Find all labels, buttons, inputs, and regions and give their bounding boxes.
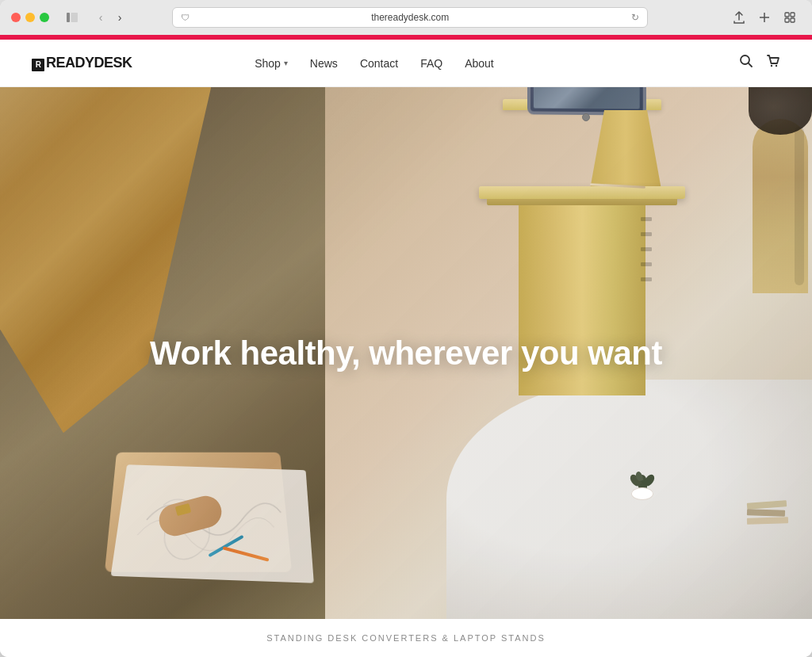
- svg-point-11: [776, 65, 777, 67]
- svg-rect-1: [71, 13, 79, 22]
- svg-rect-0: [67, 13, 70, 22]
- back-button[interactable]: ‹: [92, 10, 109, 25]
- nav-shop[interactable]: Shop ▾: [255, 57, 288, 70]
- svg-rect-6: [785, 18, 789, 22]
- url-text: thereadydesk.com: [194, 12, 626, 23]
- nav-arrows: ‹ ›: [92, 10, 128, 25]
- shop-chevron-icon: ▾: [284, 59, 288, 67]
- website-content: RREADYDESK Shop ▾ News Contact FAQ About: [0, 35, 812, 657]
- nav-about[interactable]: About: [465, 57, 494, 70]
- plant-pot: [631, 487, 653, 500]
- traffic-lights: [11, 13, 49, 22]
- toolbar-right: [728, 8, 801, 27]
- close-button[interactable]: [11, 13, 21, 22]
- cart-icon[interactable]: [766, 54, 780, 72]
- svg-rect-7: [791, 18, 795, 22]
- sidebar-toggle-button[interactable]: [62, 10, 82, 25]
- hero-title: Work healthy, wherever you want: [150, 334, 662, 372]
- browser-window: ‹ › 🛡 thereadydesk.com ↻: [0, 0, 812, 657]
- site-logo[interactable]: RREADYDESK: [32, 55, 132, 71]
- address-bar[interactable]: 🛡 thereadydesk.com ↻: [172, 7, 648, 28]
- bottom-subtitle: STANDING DESK CONVERTERS & LAPTOP STANDS: [14, 633, 798, 643]
- site-header: RREADYDESK Shop ▾ News Contact FAQ About: [0, 40, 812, 87]
- header-actions: [739, 54, 780, 72]
- nav-contact[interactable]: Contact: [360, 57, 398, 70]
- search-icon[interactable]: [739, 54, 753, 72]
- site-nav: Shop ▾ News Contact FAQ About: [255, 57, 494, 70]
- address-bar-container: 🛡 thereadydesk.com ↻: [172, 7, 648, 28]
- bottom-section: STANDING DESK CONVERTERS & LAPTOP STANDS: [0, 619, 812, 657]
- new-tab-button[interactable]: [753, 8, 776, 27]
- minimize-button[interactable]: [25, 13, 35, 22]
- svg-rect-4: [785, 13, 789, 17]
- maximize-button[interactable]: [40, 13, 49, 22]
- hero-section: Work healthy, wherever you want: [0, 87, 812, 619]
- plant-container: [631, 487, 653, 500]
- share-button[interactable]: [728, 8, 750, 27]
- hero-content: Work healthy, wherever you want: [150, 334, 662, 372]
- security-icon: 🛡: [181, 13, 190, 22]
- reload-button[interactable]: ↻: [631, 12, 639, 23]
- nav-news[interactable]: News: [310, 57, 338, 70]
- tab-overview-button[interactable]: [779, 8, 801, 27]
- forward-button[interactable]: ›: [111, 10, 128, 25]
- title-bar: ‹ › 🛡 thereadydesk.com ↻: [0, 0, 812, 35]
- svg-rect-5: [791, 13, 795, 17]
- nav-faq[interactable]: FAQ: [420, 57, 442, 70]
- svg-point-10: [771, 65, 772, 67]
- logo-icon: R: [32, 59, 44, 71]
- svg-line-9: [749, 63, 752, 67]
